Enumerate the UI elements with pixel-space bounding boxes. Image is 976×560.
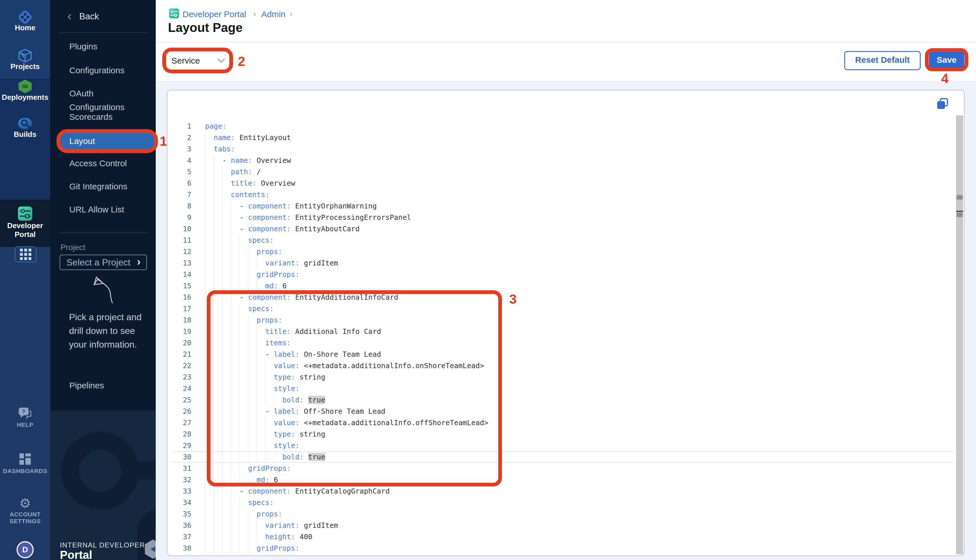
code-line[interactable]: 5path: / bbox=[167, 166, 960, 178]
rail-item-account-settings[interactable]: ACCOUNT SETTINGS bbox=[7, 511, 43, 525]
rail-item-deployments[interactable]: Deployments bbox=[0, 93, 50, 102]
editor-scrollbar[interactable] bbox=[956, 115, 963, 554]
sidebar-item-configurations[interactable]: Configurations bbox=[69, 63, 149, 77]
annotation-ring-additional-info-card bbox=[207, 290, 502, 487]
line-number: 33 bbox=[173, 486, 191, 497]
divider bbox=[59, 33, 148, 33]
dashboards-icon[interactable] bbox=[19, 453, 32, 467]
line-number: 4 bbox=[173, 155, 191, 166]
line-number: 18 bbox=[173, 315, 191, 326]
indent-guide bbox=[239, 257, 240, 269]
copy-icon[interactable] bbox=[936, 98, 949, 111]
indent-guide bbox=[248, 246, 249, 257]
line-number: 31 bbox=[173, 463, 191, 474]
code-line[interactable]: 12props: bbox=[167, 246, 960, 257]
code-line[interactable]: 10- component: EntityAboutCard bbox=[167, 223, 960, 235]
code-line[interactable]: 35props: bbox=[167, 508, 960, 520]
sidebar-item-plugins[interactable]: Plugins bbox=[69, 40, 149, 53]
indent-guide bbox=[205, 349, 205, 360]
svg-text:?: ? bbox=[22, 409, 25, 414]
indent-guide bbox=[214, 223, 214, 235]
indent-guide bbox=[214, 189, 214, 200]
code-line[interactable]: 7contents: bbox=[167, 189, 960, 200]
divider bbox=[156, 81, 976, 82]
breadcrumb-admin[interactable]: Admin bbox=[261, 9, 285, 19]
line-number: 15 bbox=[173, 280, 191, 292]
line-number: 34 bbox=[173, 497, 191, 508]
line-number: 16 bbox=[173, 292, 191, 303]
grid-icon bbox=[20, 248, 32, 260]
code-line[interactable]: 8- component: EntityOrphanWarning bbox=[167, 200, 960, 212]
code-line[interactable]: 34specs: bbox=[167, 497, 960, 508]
indent-guide bbox=[257, 280, 257, 292]
line-number: 10 bbox=[173, 223, 191, 235]
sidebar-item-access-control[interactable]: Access Control bbox=[69, 157, 149, 170]
scrollbar-cursor-mark bbox=[956, 211, 963, 212]
indent-guide bbox=[257, 531, 257, 543]
code-text: - component: EntityCatalogGraphCard bbox=[239, 486, 390, 497]
rail-item-help[interactable]: HELP bbox=[0, 422, 50, 428]
sidebar-item-pipelines[interactable]: Pipelines bbox=[69, 379, 149, 392]
rail-item-projects[interactable]: Projects bbox=[0, 62, 50, 71]
code-line[interactable]: 6title: Overview bbox=[167, 178, 960, 189]
rail-item-developer-portal[interactable]: Developer Portal bbox=[7, 221, 43, 239]
code-text: name: EntityLayout bbox=[214, 132, 291, 143]
code-line[interactable]: 2name: EntityLayout bbox=[167, 132, 960, 143]
indent-guide bbox=[231, 543, 231, 554]
line-number: 32 bbox=[173, 474, 191, 486]
code-line[interactable]: 9- component: EntityProcessingErrorsPane… bbox=[167, 212, 960, 223]
module-grid-button[interactable] bbox=[15, 247, 37, 262]
code-line[interactable]: 15md: 6 bbox=[167, 280, 960, 292]
code-line[interactable]: 14gridProps: bbox=[167, 269, 960, 280]
annotation-ring-scope-select bbox=[162, 48, 233, 73]
sidebar-item-oauth-configurations[interactable]: OAuth Configurations bbox=[69, 87, 149, 100]
sidebar-item-url-allow-list[interactable]: URL Allow List bbox=[69, 203, 149, 217]
line-number: 38 bbox=[173, 543, 191, 554]
gear-icon[interactable]: ⚙ bbox=[19, 497, 31, 510]
developer-portal-icon[interactable] bbox=[17, 206, 33, 222]
indent-guide bbox=[205, 486, 205, 497]
code-line[interactable]: 3tabs: bbox=[167, 143, 960, 155]
sidebar-item-git-integrations[interactable]: Git Integrations bbox=[69, 180, 149, 193]
line-number: 12 bbox=[173, 246, 191, 257]
reset-default-button[interactable]: Reset Default bbox=[844, 51, 921, 70]
line-number: 20 bbox=[173, 337, 191, 349]
indent-guide bbox=[231, 246, 231, 257]
help-icon[interactable]: ? bbox=[18, 407, 32, 422]
indent-guide bbox=[205, 520, 205, 531]
code-line[interactable]: 38gridProps: bbox=[167, 543, 960, 554]
back-chevron-icon: ‹ bbox=[67, 8, 72, 23]
indent-guide bbox=[231, 212, 231, 223]
indent-guide bbox=[205, 155, 205, 166]
back-button[interactable]: Back bbox=[79, 12, 99, 22]
indent-guide bbox=[248, 531, 249, 543]
indent-guide bbox=[205, 269, 205, 280]
code-line[interactable]: 4- name: Overview bbox=[167, 155, 960, 166]
sidebar-item-scorecards[interactable]: Scorecards bbox=[69, 110, 149, 124]
user-avatar[interactable]: D bbox=[17, 541, 33, 558]
code-line[interactable]: 37height: 400 bbox=[167, 531, 960, 543]
indent-guide bbox=[257, 520, 257, 531]
divider bbox=[156, 42, 976, 42]
line-number: 8 bbox=[173, 200, 191, 212]
rail-item-home[interactable]: Home bbox=[0, 23, 50, 32]
indent-guide bbox=[205, 326, 205, 337]
breadcrumb-separator: › bbox=[290, 9, 293, 18]
indent-guide bbox=[205, 143, 205, 155]
line-number: 17 bbox=[173, 303, 191, 315]
project-selector[interactable]: Select a Project › bbox=[60, 255, 147, 270]
module-rail: Home Projects ∞ Deployments Builds bbox=[0, 0, 50, 560]
line-number: 21 bbox=[173, 349, 191, 360]
code-line[interactable]: 11specs: bbox=[167, 235, 960, 246]
code-line[interactable]: 1page: bbox=[167, 121, 960, 132]
rail-item-dashboards[interactable]: DASHBOARDS bbox=[0, 468, 50, 475]
collapse-sidebar-button[interactable] bbox=[144, 539, 156, 560]
code-line[interactable]: 36variant: gridItem bbox=[167, 520, 960, 531]
breadcrumb-developer-portal[interactable]: Developer Portal bbox=[182, 9, 246, 19]
rail-item-builds[interactable]: Builds bbox=[0, 130, 50, 139]
indent-guide bbox=[214, 497, 214, 508]
code-line[interactable]: 33- component: EntityCatalogGraphCard bbox=[167, 486, 960, 497]
code-line[interactable]: 13variant: gridItem bbox=[167, 257, 960, 269]
line-number: 9 bbox=[173, 212, 191, 223]
indent-guide bbox=[205, 280, 205, 292]
